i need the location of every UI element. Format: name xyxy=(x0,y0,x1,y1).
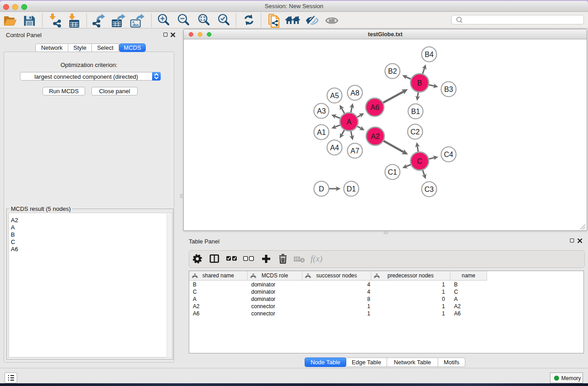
svg-text:A6: A6 xyxy=(370,104,379,111)
svg-text:C2: C2 xyxy=(411,128,420,136)
svg-text:A1: A1 xyxy=(317,129,326,136)
svg-text:A7: A7 xyxy=(350,147,359,155)
svg-text:C3: C3 xyxy=(425,186,434,193)
svg-text:A4: A4 xyxy=(330,144,339,152)
svg-text:B3: B3 xyxy=(444,86,453,93)
svg-text:C1: C1 xyxy=(388,168,397,176)
svg-text:B2: B2 xyxy=(388,67,397,75)
svg-text:B: B xyxy=(417,79,422,87)
svg-text:D: D xyxy=(319,185,324,193)
svg-text:A: A xyxy=(347,118,352,126)
svg-text:B1: B1 xyxy=(411,108,420,115)
svg-text:B4: B4 xyxy=(425,51,434,58)
svg-text:A2: A2 xyxy=(371,133,380,140)
svg-text:A3: A3 xyxy=(317,107,326,115)
svg-text:C: C xyxy=(417,157,422,165)
svg-text:C4: C4 xyxy=(444,151,454,158)
svg-text:A5: A5 xyxy=(330,92,339,100)
svg-text:A8: A8 xyxy=(350,89,359,97)
svg-text:D1: D1 xyxy=(347,185,356,193)
